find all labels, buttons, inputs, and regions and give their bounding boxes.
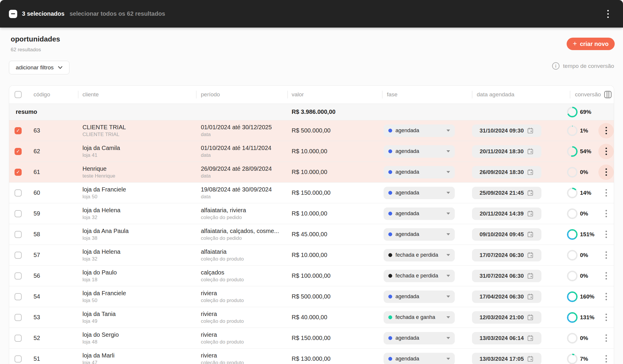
client-subtitle: teste Henrique — [82, 173, 195, 180]
table-row[interactable]: ✓ 52 loja do Sergio loja 48 riviera cole… — [9, 328, 614, 348]
table-row[interactable]: ✓ 63 CLIENTE TRIAL CLIENTE TRIAL 01/01/2… — [9, 120, 614, 141]
info-icon[interactable]: i — [552, 62, 560, 70]
selection-toolbar: 3 selecionados selecionar todos os 62 re… — [0, 0, 623, 28]
table-row[interactable]: ✓ 59 loja da Helena loja 32 alfaiataria,… — [9, 203, 614, 224]
row-menu-button[interactable] — [598, 331, 614, 346]
row-menu-button[interactable] — [598, 227, 614, 242]
row-menu-button[interactable] — [598, 351, 614, 364]
row-menu-button[interactable] — [598, 289, 614, 304]
phase-select[interactable]: agendada — [384, 187, 455, 199]
phase-select[interactable]: agendada — [384, 207, 455, 220]
table-row[interactable]: ✓ 62 loja da Camila loja 41 01/10/2024 a… — [9, 141, 614, 162]
table-row[interactable]: ✓ 56 loja do Paulo loja 18 calçados cole… — [9, 265, 614, 286]
conversion-ring — [567, 291, 578, 302]
scheduled-date-field[interactable]: 12/03/2024 21:00 — [472, 311, 541, 324]
table-row[interactable]: ✓ 54 loja da Franciele loja 50 riviera c… — [9, 286, 614, 307]
scheduled-date-field[interactable]: 13/03/2024 06:14 — [472, 332, 541, 344]
row-menu-button[interactable] — [598, 185, 614, 201]
table-row[interactable]: ✓ 61 Henrique teste Henrique 26/09/2024 … — [9, 162, 614, 182]
row-menu-button[interactable] — [598, 144, 614, 159]
scheduled-date-field[interactable]: 17/04/2024 06:30 — [472, 290, 541, 303]
row-valor: R$ 10.000,00 — [292, 203, 327, 224]
conversion-ring — [567, 167, 578, 178]
calendar-icon — [527, 148, 534, 155]
conversion-percent: 160% — [580, 286, 595, 307]
table-row[interactable]: ✓ 53 loja da Tania loja 49 riviera coleç… — [9, 307, 614, 328]
phase-select[interactable]: agendada — [384, 124, 455, 137]
phase-label: fechada e perdida — [395, 273, 438, 279]
row-checkbox[interactable]: ✓ — [15, 335, 22, 342]
phase-select[interactable]: agendada — [384, 290, 455, 303]
period-value: 26/09/2024 até 28/09/2024 — [201, 165, 290, 173]
row-checkbox[interactable]: ✓ — [15, 127, 22, 134]
period-value: calçados — [201, 269, 290, 276]
row-checkbox[interactable]: ✓ — [15, 189, 22, 197]
selection-checkbox-indeterminate[interactable] — [9, 10, 17, 18]
phase-select[interactable]: fechada e ganha — [384, 311, 455, 324]
table-row[interactable]: ✓ 51 loja da Marli loja 47 riviera coleç… — [9, 348, 614, 364]
toolbar-kebab-menu-button[interactable] — [605, 8, 611, 20]
row-codigo: 53 — [34, 307, 40, 328]
phase-status-dot — [388, 232, 392, 236]
phase-select[interactable]: agendada — [384, 228, 455, 241]
conversion-ring — [567, 208, 578, 219]
table-row[interactable]: ✓ 60 loja da Franciele loja 50 19/08/202… — [9, 182, 614, 203]
scheduled-date-field[interactable]: 20/11/2024 18:30 — [472, 145, 541, 158]
phase-select[interactable]: agendada — [384, 332, 455, 344]
calendar-icon — [527, 231, 534, 238]
scheduled-date-field[interactable]: 17/07/2024 06:30 — [472, 249, 541, 261]
row-checkbox[interactable]: ✓ — [15, 314, 22, 321]
phase-label: agendada — [395, 190, 419, 196]
scheduled-date-field[interactable]: 31/07/2024 06:30 — [472, 270, 541, 282]
scheduled-date-field[interactable]: 25/09/2024 21:45 — [472, 187, 541, 199]
row-checkbox[interactable]: ✓ — [15, 231, 22, 238]
row-menu-button[interactable] — [598, 165, 614, 180]
conversion-percent: 0% — [580, 328, 588, 348]
row-checkbox[interactable]: ✓ — [15, 148, 22, 155]
phase-select[interactable]: agendada — [384, 145, 455, 158]
add-filters-button[interactable]: adicionar filtros — [9, 61, 69, 74]
row-checkbox[interactable]: ✓ — [15, 169, 22, 176]
select-all-checkbox[interactable]: ✓ — [15, 91, 22, 98]
row-menu-button[interactable] — [598, 268, 614, 284]
row-menu-button[interactable] — [598, 248, 614, 263]
row-codigo: 58 — [34, 224, 40, 245]
phase-select[interactable]: agendada — [384, 353, 455, 364]
phase-status-dot — [388, 129, 392, 132]
row-checkbox[interactable]: ✓ — [15, 252, 22, 259]
scheduled-date-value: 17/04/2024 06:30 — [480, 293, 524, 300]
summary-conversion-percent: 69% — [580, 104, 591, 120]
phase-label: fechada e ganha — [395, 314, 435, 320]
row-menu-button[interactable] — [598, 206, 614, 221]
scheduled-date-field[interactable]: 31/10/2024 09:30 — [472, 124, 541, 137]
client-name: Henrique — [82, 165, 195, 173]
table-row[interactable]: ✓ 58 loja da Ana Paula loja 38 alfaiatar… — [9, 224, 614, 245]
row-menu-button[interactable] — [598, 123, 614, 138]
row-checkbox[interactable]: ✓ — [15, 355, 22, 363]
scheduled-date-value: 09/10/2024 09:45 — [480, 231, 524, 238]
phase-label: agendada — [395, 293, 419, 300]
period-value: 01/10/2024 até 14/11/2024 — [201, 144, 290, 152]
row-checkbox[interactable]: ✓ — [15, 210, 22, 217]
scheduled-date-field[interactable]: 13/03/2024 17:05 — [472, 353, 541, 364]
row-menu-button[interactable] — [598, 310, 614, 325]
phase-select[interactable]: fechada e perdida — [384, 249, 455, 261]
select-all-results-link[interactable]: selecionar todos os 62 resultados — [69, 10, 165, 17]
period-value: riviera — [201, 331, 290, 339]
row-checkbox[interactable]: ✓ — [15, 293, 22, 300]
scheduled-date-field[interactable]: 09/10/2024 09:45 — [472, 228, 541, 241]
create-new-button[interactable]: + criar novo — [567, 38, 615, 50]
column-settings-button[interactable] — [603, 90, 613, 99]
scheduled-date-field[interactable]: 26/09/2024 18:30 — [472, 166, 541, 178]
conversion-percent: 14% — [580, 183, 591, 203]
caret-down-icon — [446, 316, 450, 318]
caret-down-icon — [446, 213, 450, 215]
scheduled-date-field[interactable]: 20/11/2024 14:39 — [472, 207, 541, 220]
row-checkbox[interactable]: ✓ — [15, 272, 22, 280]
phase-select[interactable]: fechada e perdida — [384, 270, 455, 282]
table-row[interactable]: ✓ 57 loja da Helena loja 32 alfaiataria … — [9, 245, 614, 265]
phase-select[interactable]: agendada — [384, 166, 455, 178]
calendar-icon — [527, 127, 534, 134]
conversion-time-label: tempo de conversão — [563, 63, 614, 69]
row-valor: R$ 130.000,00 — [292, 349, 330, 364]
